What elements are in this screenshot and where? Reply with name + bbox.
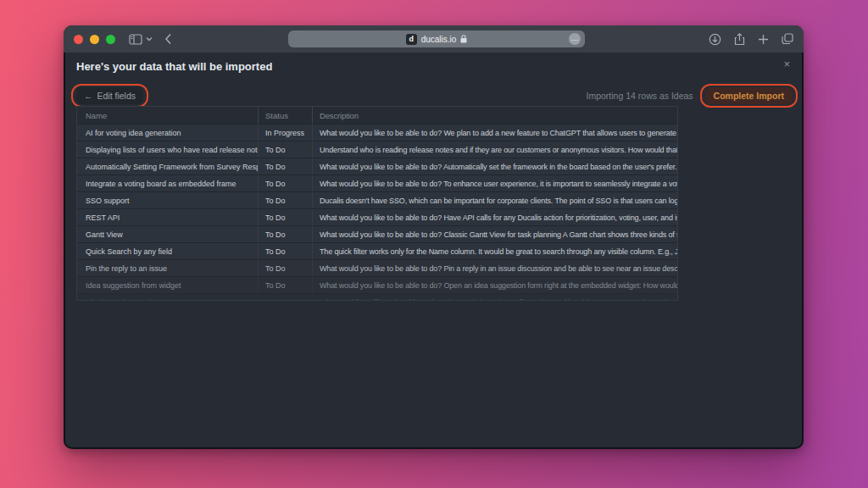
table-row: AI for voting idea generationIn Progress… <box>77 124 677 141</box>
sidebar-toggle-icon[interactable] <box>129 34 142 45</box>
cell-name: Pin the reply to an issue <box>77 260 258 276</box>
close-icon[interactable]: × <box>783 58 790 69</box>
back-arrow-icon: ← <box>84 91 93 101</box>
cell-desc: What would you like to be able to do? Pi… <box>312 294 677 301</box>
address-bar[interactable]: d ducalis.io … <box>288 30 585 47</box>
column-header-name: Name <box>77 107 258 124</box>
window-zoom-button[interactable] <box>106 35 115 44</box>
cell-desc: What would you like to be able to do? Cl… <box>312 226 677 242</box>
site-favicon: d <box>406 34 417 45</box>
table-header: Name Status Description <box>77 107 677 124</box>
cell-desc: Understand who is reading release notes … <box>312 141 677 158</box>
import-table: Name Status Description AI for voting id… <box>76 106 678 301</box>
table-body: AI for voting idea generationIn Progress… <box>77 124 677 301</box>
page-title: Here's your data that will be imported <box>76 60 272 73</box>
cell-name: Gantt View <box>77 226 258 242</box>
extension-badge-icon[interactable]: … <box>569 33 581 45</box>
cell-desc: What would you like to be able to do? Ha… <box>312 209 677 225</box>
cell-status: To Do <box>258 175 312 191</box>
cell-name: REST API <box>77 209 258 225</box>
cell-desc: What would you like to be able to do? Op… <box>312 277 677 293</box>
column-header-description: Description <box>312 107 677 124</box>
cell-desc: What would you like to be able to do? Pi… <box>312 260 677 276</box>
cell-status: To Do <box>258 294 312 301</box>
complete-import-button[interactable]: Complete Import <box>705 87 793 104</box>
cell-status: To Do <box>258 226 312 242</box>
share-icon[interactable] <box>734 33 745 46</box>
window-minimize-button[interactable] <box>90 35 99 44</box>
cell-status: To Do <box>258 158 312 175</box>
cell-desc: The quick filter works only for the Name… <box>312 243 677 259</box>
back-button[interactable] <box>164 33 172 45</box>
cell-desc: Ducalis doesn't have SSO, which can be i… <box>312 192 677 208</box>
table-row: Gantt ViewTo DoWhat would you like to be… <box>77 225 677 242</box>
desktop: { "browser": { "url": "ducalis.io", "fav… <box>0 0 868 488</box>
cell-name: Idea suggestion from widget <box>77 277 258 293</box>
cell-name: Integrate a voting board as embedded fra… <box>77 175 258 191</box>
table-row: Automatically Setting Framework from Sur… <box>77 158 677 175</box>
cell-name: Automatically Setting Framework from Sur… <box>77 158 258 175</box>
cell-status: To Do <box>258 243 312 259</box>
cell-status: To Do <box>258 192 312 208</box>
cell-name: AI for voting idea generation <box>77 125 258 141</box>
url-text: ducalis.io <box>421 35 457 44</box>
cell-name: Quick Search by any field <box>77 243 258 259</box>
cell-status: To Do <box>258 141 312 158</box>
downloads-icon[interactable] <box>709 33 721 46</box>
table-row: SSO supportTo DoDucalis doesn't have SSO… <box>77 191 677 208</box>
cell-name: SSO support <box>77 192 258 208</box>
cell-status: To Do <box>258 209 312 225</box>
import-preview-page: Here's your data that will be imported ×… <box>65 53 802 447</box>
edit-fields-button[interactable]: ← Edit fields <box>76 87 143 104</box>
cell-status: In Progress <box>258 125 312 141</box>
table-row: Pin the reply to an issueTo DoWhat would… <box>77 293 677 301</box>
cell-desc: What would you like to be able to do? We… <box>312 125 677 141</box>
cell-name: Pin the reply to an issue <box>77 294 258 301</box>
column-header-status: Status <box>258 107 312 124</box>
window-close-button[interactable] <box>74 35 83 44</box>
table-row: REST APITo DoWhat would you like to be a… <box>77 208 677 225</box>
cell-desc: What would you like to be able to do? Au… <box>312 158 677 175</box>
new-tab-icon[interactable] <box>758 34 769 45</box>
cell-desc: What would you like to be able to do? To… <box>312 175 677 191</box>
action-bar: ← Edit fields Importing 14 rows as Ideas… <box>76 86 793 106</box>
table-row: Quick Search by any fieldTo DoThe quick … <box>77 242 677 259</box>
table-row: Displaying lists of users who have read … <box>77 141 677 158</box>
cell-status: To Do <box>258 277 312 293</box>
table-row: Idea suggestion from widgetTo DoWhat wou… <box>77 276 677 293</box>
table-row: Pin the reply to an issueTo DoWhat would… <box>77 259 677 276</box>
cell-name: Displaying lists of users who have read … <box>77 141 258 158</box>
cell-status: To Do <box>258 260 312 276</box>
browser-toolbar: d ducalis.io … <box>64 25 804 53</box>
lock-icon <box>460 35 467 43</box>
importing-note: Importing 14 rows as Ideas <box>587 91 693 101</box>
browser-window: d ducalis.io … <box>64 25 804 449</box>
table-row: Integrate a voting board as embedded fra… <box>77 175 677 191</box>
chevron-down-icon[interactable] <box>146 36 153 42</box>
traffic-lights <box>74 35 115 44</box>
tab-overview-icon[interactable] <box>782 33 793 45</box>
edit-fields-label: Edit fields <box>97 91 136 101</box>
